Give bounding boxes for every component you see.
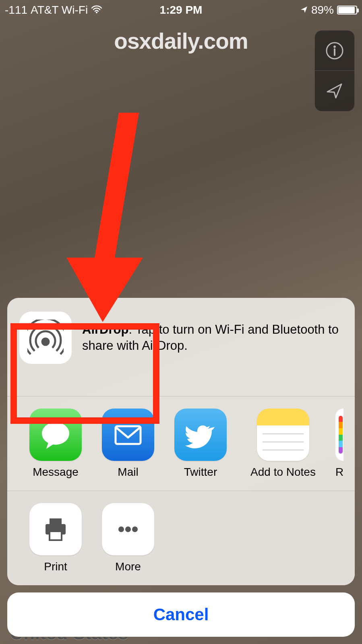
battery-percent: 89% [311,4,334,17]
share-twitter[interactable]: Twitter [164,409,237,479]
svg-point-2 [334,45,336,47]
share-notes[interactable]: Add to Notes [237,409,329,479]
svg-point-0 [96,12,97,13]
status-bar: -111 AT&T Wi-Fi 1:29 PM 89% [0,0,362,20]
svg-rect-7 [50,518,62,524]
battery-icon [337,6,357,14]
svg-point-10 [118,526,124,532]
action-print[interactable]: Print [19,503,92,573]
signal-strength: -111 [5,4,27,17]
svg-point-5 [42,422,69,445]
screen: -111 AT&T Wi-Fi 1:29 PM 89% osxdaily.com… [0,0,362,644]
share-partial-label: R [335,466,343,479]
share-twitter-label: Twitter [184,466,217,479]
cancel-label: Cancel [153,605,209,624]
airdrop-icon [19,312,72,364]
message-icon [29,409,82,461]
share-panel: AirDrop. Tap to turn on Wi-Fi and Blueto… [7,298,355,585]
airdrop-text: AirDrop. Tap to turn on Wi-Fi and Blueto… [82,322,343,354]
share-message[interactable]: Message [19,409,92,479]
action-more-label: More [115,560,141,573]
airdrop-title: AirDrop [82,322,128,336]
share-mail[interactable]: Mail [92,409,164,479]
action-print-label: Print [44,560,67,573]
cancel-button[interactable]: Cancel [7,592,355,637]
mail-icon [102,409,154,461]
watermark-text: osxdaily.com [0,28,362,54]
notes-icon [257,409,309,461]
clock: 1:29 PM [160,4,203,17]
share-actions-row[interactable]: Print More [7,491,355,585]
share-mail-label: Mail [118,466,138,479]
annotation-arrow [66,113,155,322]
map-controls [314,30,355,111]
more-icon [102,503,154,555]
share-apps-row[interactable]: Message Mail Twitter Add to Notes [7,396,355,491]
share-message-label: Message [33,466,79,479]
info-button[interactable] [315,31,354,71]
carrier-label: AT&T Wi-Fi [31,4,88,17]
svg-point-11 [125,526,131,532]
share-next-partial[interactable]: R [329,409,345,479]
action-more[interactable]: More [92,503,164,573]
partial-app-icon [335,409,343,461]
svg-rect-9 [50,531,62,540]
share-sheet: AirDrop. Tap to turn on Wi-Fi and Blueto… [7,298,355,637]
twitter-icon [174,409,227,461]
locate-button[interactable] [315,71,354,111]
svg-point-4 [42,339,49,345]
airdrop-row[interactable]: AirDrop. Tap to turn on Wi-Fi and Blueto… [7,298,355,396]
print-icon [29,503,82,555]
wifi-icon [91,4,102,17]
share-notes-label: Add to Notes [250,466,316,479]
location-arrow-icon [300,4,308,17]
svg-marker-13 [66,113,143,322]
svg-point-12 [132,526,138,532]
